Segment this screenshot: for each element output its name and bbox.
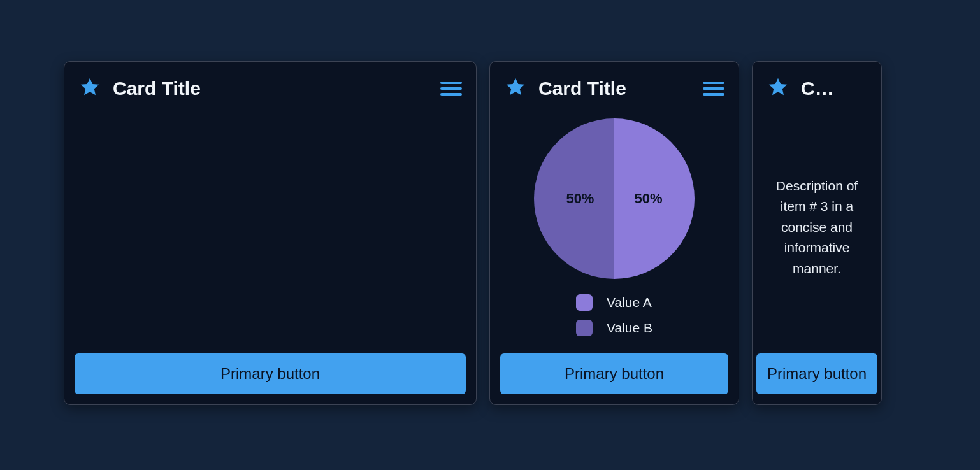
star-icon xyxy=(504,76,527,101)
card-title: Card Title xyxy=(538,78,691,99)
primary-button[interactable]: Primary button xyxy=(756,353,877,394)
legend-item: Value B xyxy=(576,320,652,336)
menu-icon[interactable] xyxy=(703,79,724,98)
card-header: C… xyxy=(763,72,871,101)
card-header: Card Title xyxy=(500,72,728,101)
legend-label: Value B xyxy=(607,320,652,336)
card-body-chart: 50% 50% Value A Value B xyxy=(500,101,728,353)
menu-icon[interactable] xyxy=(440,79,462,98)
pie-legend: Value A Value B xyxy=(576,294,652,336)
card-description: Description of item # 3 in a concise and… xyxy=(765,176,868,280)
pie-label-left: 50% xyxy=(566,190,594,207)
pie-label-right: 50% xyxy=(635,190,663,207)
card-header: Card Title xyxy=(75,72,466,101)
primary-button[interactable]: Primary button xyxy=(500,353,728,394)
card-body-empty xyxy=(75,101,466,353)
legend-swatch-a xyxy=(576,294,593,311)
pie-chart: 50% 50% xyxy=(534,118,695,279)
card-1: Card Title Primary button xyxy=(64,61,477,405)
legend-label: Value A xyxy=(607,295,652,310)
star-icon xyxy=(767,76,789,101)
pie-slices xyxy=(534,118,695,279)
star-icon xyxy=(78,76,101,101)
legend-swatch-b xyxy=(576,320,593,336)
primary-button[interactable]: Primary button xyxy=(75,353,466,394)
card-body-text: Description of item # 3 in a concise and… xyxy=(763,101,871,353)
card-title: Card Title xyxy=(113,78,429,99)
card-3: C… Description of item # 3 in a concise … xyxy=(752,61,882,405)
card-title: C… xyxy=(801,78,867,99)
legend-item: Value A xyxy=(576,294,652,311)
card-2: Card Title 50% 50% Value A Value B Prima… xyxy=(489,61,739,405)
